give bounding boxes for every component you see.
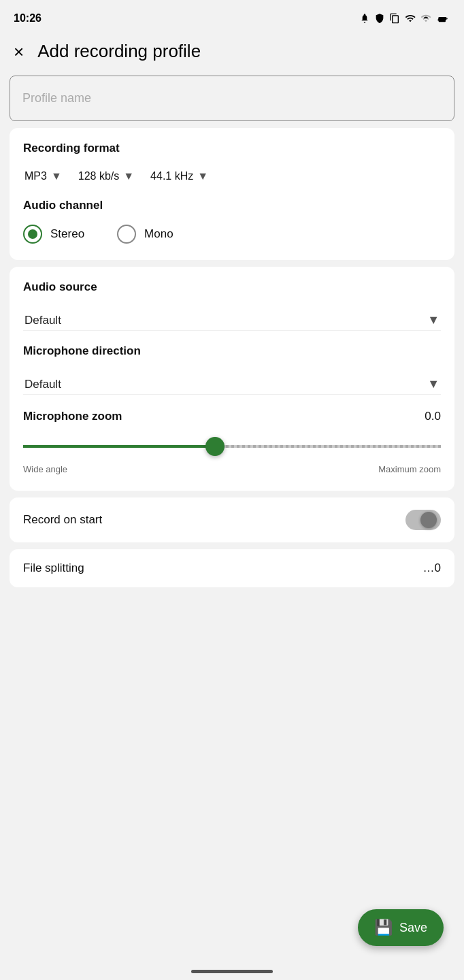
svg-rect-1 <box>446 18 447 19</box>
recording-format-card: Recording format MP3 ▼ 128 kb/s ▼ 44.1 k… <box>10 128 454 260</box>
battery-icon <box>435 13 450 24</box>
bitrate-chevron: ▼ <box>123 170 134 182</box>
status-time: 10:26 <box>14 12 42 24</box>
slider-track-dotted-right <box>215 445 441 448</box>
save-fab[interactable]: 💾 Save <box>358 909 444 946</box>
format-dropdown[interactable]: MP3 ▼ <box>23 167 63 185</box>
slider-track-dotted-left <box>23 445 215 448</box>
stereo-radio-circle <box>23 225 42 244</box>
record-on-start-toggle[interactable] <box>405 510 441 530</box>
svg-rect-0 <box>438 17 446 20</box>
file-splitting-label: File splitting <box>23 561 84 575</box>
format-value: MP3 <box>24 170 47 182</box>
microphone-zoom-header: Microphone zoom 0.0 <box>23 410 441 423</box>
save-label: Save <box>399 921 427 935</box>
format-chevron: ▼ <box>51 170 62 182</box>
notification-icon <box>359 13 370 24</box>
slider-label-right: Maximum zoom <box>378 464 441 474</box>
stereo-radio[interactable]: Stereo <box>23 225 84 244</box>
dropdowns-row: MP3 ▼ 128 kb/s ▼ 44.1 kHz ▼ <box>23 167 441 185</box>
audio-source-label: Audio source <box>23 280 441 294</box>
shield-icon <box>374 13 385 24</box>
profile-name-input[interactable] <box>10 76 454 120</box>
audio-source-card: Audio source Default ▼ Microphone direct… <box>10 267 454 491</box>
mic-direction-chevron: ▼ <box>427 377 440 391</box>
samplerate-value: 44.1 kHz <box>150 170 193 182</box>
slider-thumb[interactable] <box>205 437 225 456</box>
mic-zoom-value: 0.0 <box>425 410 441 423</box>
bottom-nav-bar <box>191 970 273 973</box>
slider-label-left: Wide angle <box>23 464 67 474</box>
status-icons <box>359 13 450 24</box>
audio-source-value: Default <box>24 314 61 327</box>
file-splitting-value: …0 <box>423 561 441 575</box>
mic-zoom-label: Microphone zoom <box>23 410 122 423</box>
clipboard-icon <box>389 13 400 24</box>
mic-direction-label: Microphone direction <box>23 344 441 358</box>
signal-icon <box>420 13 431 24</box>
slider-labels: Wide angle Maximum zoom <box>23 464 441 474</box>
recording-format-label: Recording format <box>23 142 441 155</box>
record-on-start-label: Record on start <box>23 513 102 527</box>
audio-source-dropdown[interactable]: Default ▼ <box>23 306 441 331</box>
bitrate-value: 128 kb/s <box>78 170 119 182</box>
wifi-icon <box>404 13 416 24</box>
mic-direction-value: Default <box>24 378 61 391</box>
page-title: Add recording profile <box>37 41 201 62</box>
mono-radio[interactable]: Mono <box>117 225 173 244</box>
mono-label: Mono <box>144 227 173 241</box>
audio-channel-label: Audio channel <box>23 199 441 212</box>
audio-channel-options: Stereo Mono <box>23 225 441 244</box>
toggle-knob <box>420 512 437 528</box>
status-bar: 10:26 <box>0 0 464 33</box>
mic-direction-dropdown[interactable]: Default ▼ <box>23 370 441 395</box>
save-icon: 💾 <box>374 919 393 936</box>
close-button[interactable]: × <box>14 43 24 61</box>
mic-zoom-slider-container[interactable] <box>23 434 441 459</box>
stereo-label: Stereo <box>50 227 84 241</box>
slider-track <box>23 445 441 448</box>
profile-name-card <box>10 76 454 121</box>
samplerate-chevron: ▼ <box>197 170 208 182</box>
audio-source-chevron: ▼ <box>427 313 440 327</box>
file-splitting-row[interactable]: File splitting …0 <box>10 549 454 587</box>
mono-radio-circle <box>117 225 136 244</box>
record-on-start-row: Record on start <box>10 497 454 542</box>
samplerate-dropdown[interactable]: 44.1 kHz ▼ <box>149 167 210 185</box>
page-header: × Add recording profile <box>0 33 464 76</box>
bitrate-dropdown[interactable]: 128 kb/s ▼ <box>77 167 135 185</box>
